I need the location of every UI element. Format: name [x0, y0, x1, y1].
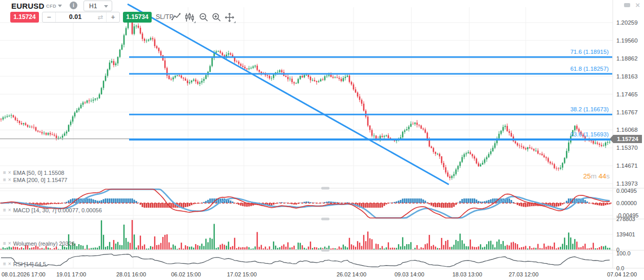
ema200-label: EMA [200, 0] 1.15477 [13, 177, 68, 183]
chart-type-icon[interactable] [171, 12, 181, 23]
price-axis-label: 1.18862 [616, 55, 638, 62]
chart-header: EURUSD CFD i H1 [0, 0, 644, 11]
time-axis-label: 18.03 13:00 [452, 271, 482, 277]
sell-price-button[interactable]: 1.15724 [10, 12, 39, 23]
current-price-arrow [610, 135, 613, 143]
macd-label: MACD [14, 30, 7] 0.00077, 0.00056 [13, 207, 102, 213]
volume-stepper: − 0.01 ⇄ + [42, 12, 120, 23]
indicators-icon[interactable] [184, 12, 195, 23]
zoom-out-icon[interactable] [199, 12, 209, 23]
price-axis-label: 1.13973 [616, 181, 638, 187]
time-axis-label: 17.02 15:00 [227, 271, 257, 277]
time-axis-label: 26.02 14:00 [337, 271, 366, 277]
order-toolbar: 1.15724 − 0.01 ⇄ + 1.15734 SL/TP [0, 12, 644, 23]
symbol-dropdown-caret-icon[interactable] [58, 5, 62, 7]
timeframe-caret-icon [104, 5, 108, 8]
volume-label: Wolumen (realny) 20326 [13, 241, 75, 247]
pan-move-icon[interactable] [224, 12, 235, 23]
pan-dropdown-caret-icon [234, 21, 236, 23]
price-axis-label: 1.15370 [616, 145, 638, 151]
indicator-remove-icon[interactable]: × [8, 261, 11, 267]
volume-legend-row: ≡×Wolumen (realny) 20326 [3, 241, 75, 247]
indicator-remove-icon[interactable]: × [8, 207, 11, 213]
price-axis-label: 1.17465 [616, 91, 638, 97]
price-axis-label: 1.16068 [616, 127, 638, 133]
indicator-settings-icon[interactable]: ≡ [3, 207, 6, 213]
time-axis-label: 08.01.2026 17:00 [2, 271, 46, 277]
price-axis-label: 1.18163 [616, 73, 638, 79]
volume-decrease-button[interactable]: − [43, 12, 56, 22]
volume-input[interactable]: 0.01 [56, 12, 95, 22]
ema50-label: EMA [50, 0] 1.15508 [13, 170, 65, 176]
zoom-in-icon[interactable] [212, 12, 222, 23]
indicator-axis-label: 139401 [616, 231, 635, 237]
volume-increase-button[interactable]: + [106, 12, 119, 22]
time-axis-label: 28.01 16:00 [116, 271, 146, 277]
indicator-remove-icon[interactable]: × [8, 177, 11, 183]
candle-countdown: 25m 44s [583, 172, 610, 180]
indicators-dropdown-caret-icon [194, 21, 196, 23]
indicator-remove-icon[interactable]: × [8, 170, 11, 176]
indicator-axis-label: 0.0 [616, 265, 624, 271]
price-axis-label: 1.14671 [616, 163, 638, 169]
indicator-axis-label: 0.00495 [616, 188, 637, 194]
trading-app-window: 71.6 (1.18915)61.8 (1.18257)38.2 (1.1667… [0, 0, 644, 280]
time-axis-label: 27.03 12:00 [509, 271, 538, 277]
rsi-legend-row: ≡×RSI [14] 64.5 [3, 261, 46, 267]
timeframe-value: H1 [89, 3, 97, 10]
market-type-tag: CFD [46, 4, 56, 9]
current-price-badge: 1.15724 [613, 135, 642, 143]
price-axis-label: 1.16767 [616, 109, 638, 115]
time-axis-label: 19.01 17:00 [56, 271, 86, 277]
indicator-axis-label: 0.00000 [616, 200, 637, 206]
buy-price-button[interactable]: 1.15734 [123, 12, 152, 23]
time-axis-label: 06.02 15:00 [171, 271, 201, 277]
time-axis-label: 09.03 14:00 [394, 271, 424, 277]
indicator-axis-label: 278803 [616, 216, 635, 222]
close-window-icon[interactable]: × [635, 2, 640, 8]
instrument-info-icon[interactable]: i [70, 2, 77, 9]
fib-level-label: 38.2 (1.16673) [570, 106, 609, 112]
price-axis-label: 1.19560 [616, 37, 638, 44]
window-controls: × [624, 2, 640, 8]
fib-level-label: 71.6 (1.18915) [570, 49, 609, 55]
minimize-window-icon[interactable] [624, 3, 630, 7]
time-axis-label: 07.04 12:00 [607, 271, 637, 277]
volume-reset-icon[interactable]: ⇄ [95, 12, 106, 22]
fib-level-label: 23.6 (1.15693) [570, 131, 609, 137]
timeframe-select[interactable]: H1 [84, 1, 112, 11]
indicator-axis-label: 100.0 [616, 250, 631, 256]
chart-canvas[interactable] [0, 0, 644, 280]
rsi-label: RSI [14] 64.5 [13, 261, 46, 267]
fib-level-label: 61.8 (1.18257) [570, 66, 609, 72]
indicator-remove-icon[interactable]: × [8, 241, 11, 247]
symbol-name[interactable]: EURUSD [11, 2, 45, 10]
indicator-settings-icon[interactable]: ≡ [3, 177, 6, 183]
indicator-settings-icon[interactable]: ≡ [3, 170, 6, 176]
ema200-legend-row: ≡×EMA [200, 0] 1.15477 [3, 177, 68, 183]
macd-legend-row: ≡×MACD [14, 30, 7] 0.00077, 0.00056 [3, 207, 102, 213]
indicator-settings-icon[interactable]: ≡ [3, 241, 6, 247]
indicator-settings-icon[interactable]: ≡ [3, 261, 6, 267]
ema50-legend-row: ≡×EMA [50, 0] 1.15508 [3, 170, 64, 176]
